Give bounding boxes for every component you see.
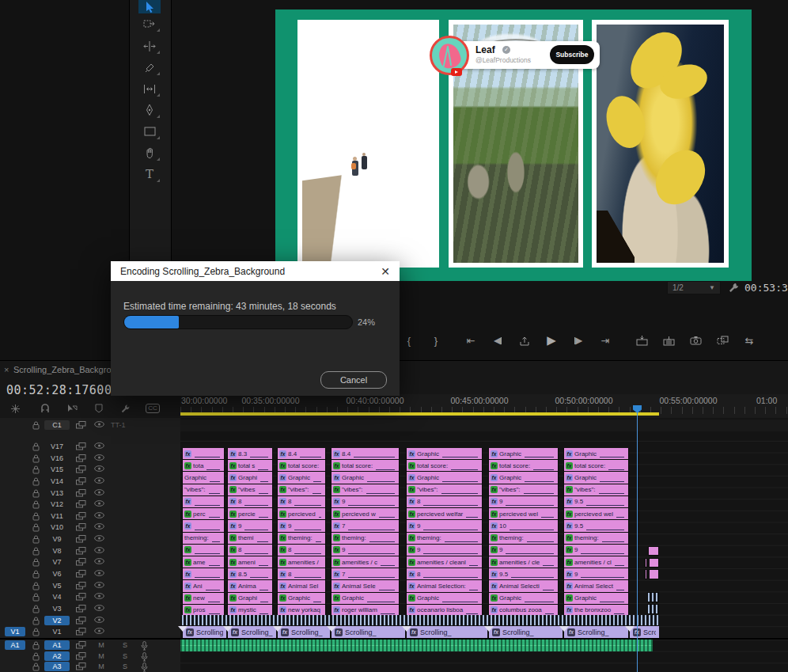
graphic-clip[interactable]: fx	[182, 448, 225, 460]
graphic-clip[interactable]: fxpercieved welfar	[406, 508, 483, 520]
ripple-edit-tool-button[interactable]	[138, 37, 161, 55]
graphic-clip[interactable]: fx9	[406, 520, 483, 532]
source-patch-V5[interactable]	[5, 581, 25, 590]
eye-icon[interactable]	[94, 535, 104, 541]
graphic-clip[interactable]: fxtheming:	[406, 533, 483, 545]
tab-close-icon[interactable]: ×	[4, 365, 9, 374]
graphic-clip[interactable]: fxGraphic	[331, 472, 400, 484]
mic-icon[interactable]	[141, 652, 148, 662]
track-name-C1[interactable]: C1	[44, 420, 70, 430]
track-select-forward-tool-button[interactable]	[138, 15, 161, 32]
mute-button-A3[interactable]: M	[97, 662, 106, 671]
mute-button-A1[interactable]: M	[97, 640, 106, 650]
playback-resolution-select[interactable]: 1/2 ▼	[667, 281, 721, 294]
source-patch-V6[interactable]	[5, 569, 25, 579]
play-icon[interactable]: ▶	[538, 333, 565, 347]
source-patch-A3[interactable]	[5, 662, 25, 671]
track-name-V1[interactable]: V1	[44, 627, 70, 636]
playhead-line[interactable]	[637, 405, 638, 672]
lock-icon[interactable]	[32, 454, 40, 463]
graphic-clip[interactable]: fxAnima	[227, 580, 273, 592]
graphic-clip[interactable]: fxGraphic	[331, 593, 400, 605]
graphic-clip[interactable]: fxGraphi	[227, 472, 273, 484]
patch-icon[interactable]	[76, 535, 86, 543]
lock-icon[interactable]	[32, 465, 40, 474]
graphic-clip[interactable]: fxtotal score:	[563, 460, 629, 472]
graphic-clip[interactable]: fx	[182, 520, 225, 532]
graphic-clip[interactable]: fx7	[331, 520, 400, 532]
lock-icon[interactable]	[32, 641, 40, 650]
eye-icon[interactable]	[94, 617, 104, 623]
source-patch-V7[interactable]	[5, 557, 25, 567]
eye-icon[interactable]	[94, 570, 104, 576]
lock-icon[interactable]	[32, 477, 40, 486]
track-name-V17[interactable]: V17	[44, 442, 70, 451]
graphic-clip[interactable]: fx9	[277, 520, 326, 532]
eye-icon[interactable]	[94, 628, 104, 634]
graphic-clip[interactable]: fxamenities /	[277, 556, 326, 568]
graphic-clip[interactable]: fxtotal score:	[406, 460, 483, 472]
graphic-clip[interactable]: fxtotal score:	[488, 460, 559, 472]
source-patch-V15[interactable]	[5, 465, 25, 474]
eye-icon[interactable]	[94, 489, 104, 495]
mini-clip-V8[interactable]	[648, 546, 659, 556]
graphic-clip[interactable]: fxtotal s	[227, 460, 273, 472]
patch-icon[interactable]	[76, 442, 86, 450]
graphic-clip[interactable]: fxtotal score:	[277, 460, 326, 472]
graphic-clip[interactable]: fx	[182, 568, 225, 580]
source-patch-V2[interactable]	[5, 616, 25, 625]
track-name-V5[interactable]: V5	[44, 581, 70, 590]
graphic-clip[interactable]: fxGraphic	[406, 448, 483, 460]
graphic-clip[interactable]: fx9	[488, 545, 559, 556]
v1-clip-scrolling[interactable]: fx Scrolling_	[331, 626, 405, 638]
v1-clip-scrolling[interactable]: fx Scrolling_	[563, 626, 628, 638]
captions-icon[interactable]: CC	[144, 402, 161, 415]
graphic-clip[interactable]: fxpercie	[227, 508, 273, 520]
graphic-clip[interactable]: fxameni	[227, 556, 273, 568]
dialog-close-icon[interactable]: ✕	[381, 265, 390, 278]
patch-icon[interactable]	[76, 570, 86, 578]
eye-icon[interactable]	[94, 593, 104, 599]
lock-icon[interactable]	[32, 512, 40, 521]
mini-clip-V7[interactable]	[645, 558, 647, 568]
patch-icon[interactable]	[76, 489, 86, 497]
track-name-V2[interactable]: V2	[44, 616, 70, 625]
v1-clip-scrolling[interactable]: fx Scrolling_	[227, 626, 276, 638]
source-patch-V13[interactable]	[5, 488, 25, 498]
track-name-V14[interactable]: V14	[44, 476, 70, 486]
solo-button-A3[interactable]: S	[120, 662, 130, 671]
patch-icon[interactable]	[76, 593, 86, 601]
patch-icon[interactable]	[76, 617, 86, 625]
patch-icon[interactable]	[76, 477, 86, 485]
patch-icon[interactable]	[76, 628, 86, 636]
graphic-clip[interactable]: fxAnimal Selecti	[488, 580, 559, 592]
insert-icon[interactable]	[628, 336, 655, 346]
graphic-clip[interactable]: fxGraphic	[277, 472, 326, 484]
graphic-clip[interactable]: fxGraphic	[406, 593, 483, 605]
graphic-clip[interactable]: fx8	[406, 496, 483, 508]
eye-icon[interactable]	[94, 477, 104, 484]
track-name-V10[interactable]: V10	[44, 522, 70, 532]
lock-icon[interactable]	[32, 489, 40, 498]
patch-icon[interactable]	[76, 652, 86, 660]
graphic-clip[interactable]: fx10	[488, 520, 559, 532]
patch-icon[interactable]	[76, 465, 86, 473]
graphic-clip[interactable]: Graphic	[182, 472, 225, 484]
selection-tool-button[interactable]	[138, 0, 161, 13]
track-name-V13[interactable]: V13	[44, 488, 70, 498]
graphic-clip[interactable]: fx9	[488, 496, 559, 508]
mini-clip-V6[interactable]	[649, 569, 659, 579]
graphic-clip[interactable]: fxAnimal Selection:	[406, 580, 483, 592]
lock-icon[interactable]	[32, 535, 40, 544]
graphic-clip[interactable]: fxpercieved wel	[488, 508, 559, 520]
graphic-clip[interactable]: theming:	[182, 533, 225, 545]
cancel-button[interactable]: Cancel	[320, 371, 387, 389]
lock-icon[interactable]	[32, 593, 40, 602]
graphic-clip[interactable]: fx7	[331, 568, 400, 580]
step-forward-icon[interactable]: ▶	[565, 335, 592, 346]
mini-clip-V7[interactable]	[649, 558, 659, 568]
lock-icon[interactable]	[32, 558, 40, 567]
patch-icon[interactable]	[76, 547, 86, 555]
track-name-V12[interactable]: V12	[44, 499, 70, 509]
lock-icon[interactable]	[32, 442, 40, 451]
